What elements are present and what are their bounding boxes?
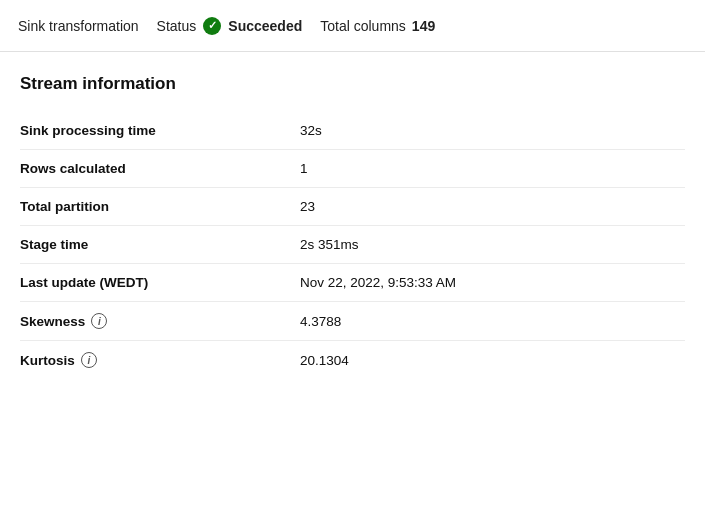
info-row: Rows calculated1 xyxy=(20,150,685,188)
info-row: Sink processing time32s xyxy=(20,112,685,150)
info-label-cell: Total partition xyxy=(20,188,300,225)
check-circle-icon xyxy=(202,16,222,36)
success-icon xyxy=(203,17,221,35)
info-label-cell: Last update (WEDT) xyxy=(20,264,300,301)
info-label-cell: Stage time xyxy=(20,226,300,263)
info-label: Skewness xyxy=(20,314,85,329)
info-label-cell: Sink processing time xyxy=(20,112,300,149)
info-label: Kurtosis xyxy=(20,353,75,368)
info-tooltip-icon[interactable]: i xyxy=(91,313,107,329)
top-bar: Sink transformation Status Succeeded Tot… xyxy=(0,0,705,52)
info-label: Sink processing time xyxy=(20,123,156,138)
info-row: Total partition23 xyxy=(20,188,685,226)
info-row: Skewnessi4.3788 xyxy=(20,302,685,341)
info-label: Rows calculated xyxy=(20,161,126,176)
info-label-cell: Kurtosisi xyxy=(20,341,300,379)
sink-transformation-item: Sink transformation xyxy=(18,18,139,34)
status-value: Succeeded xyxy=(228,18,302,34)
total-columns-item: Total columns 149 xyxy=(320,18,435,34)
total-columns-label: Total columns xyxy=(320,18,406,34)
section-title: Stream information xyxy=(20,74,685,94)
info-label: Total partition xyxy=(20,199,109,214)
status-label: Status xyxy=(157,18,197,34)
info-row: Last update (WEDT)Nov 22, 2022, 9:53:33 … xyxy=(20,264,685,302)
info-value-cell: 20.1304 xyxy=(300,342,349,379)
info-label-cell: Skewnessi xyxy=(20,302,300,340)
total-columns-value: 149 xyxy=(412,18,435,34)
info-label: Stage time xyxy=(20,237,88,252)
info-value-cell: Nov 22, 2022, 9:53:33 AM xyxy=(300,264,456,301)
info-value-cell: 4.3788 xyxy=(300,303,341,340)
info-value-cell: 1 xyxy=(300,150,308,187)
info-table: Sink processing time32sRows calculated1T… xyxy=(20,112,685,379)
info-tooltip-icon[interactable]: i xyxy=(81,352,97,368)
info-value-cell: 23 xyxy=(300,188,315,225)
info-value-cell: 32s xyxy=(300,112,322,149)
info-row: Stage time2s 351ms xyxy=(20,226,685,264)
status-item: Status Succeeded xyxy=(157,16,303,36)
info-row: Kurtosisi20.1304 xyxy=(20,341,685,379)
sink-transformation-label: Sink transformation xyxy=(18,18,139,34)
main-content: Stream information Sink processing time3… xyxy=(0,52,705,401)
info-label-cell: Rows calculated xyxy=(20,150,300,187)
info-label: Last update (WEDT) xyxy=(20,275,148,290)
info-value-cell: 2s 351ms xyxy=(300,226,359,263)
